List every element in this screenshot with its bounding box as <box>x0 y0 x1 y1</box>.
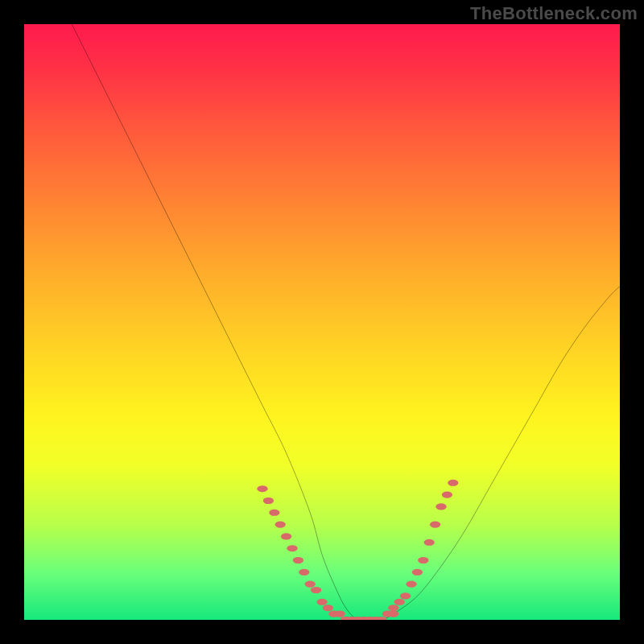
highlight-dot <box>293 557 303 564</box>
chart-frame: TheBottleneck.com <box>0 0 644 644</box>
highlight-dots <box>257 480 458 620</box>
highlight-dot <box>430 522 440 528</box>
highlight-dot <box>316 599 327 605</box>
highlight-dot <box>394 599 405 605</box>
highlight-dot <box>406 581 416 588</box>
highlight-dot <box>269 510 279 516</box>
plot-area <box>24 24 620 620</box>
highlight-dot <box>335 611 345 617</box>
highlight-dot <box>424 539 435 546</box>
highlight-dot <box>281 533 291 539</box>
highlight-dot <box>388 605 398 611</box>
highlight-dot <box>323 605 333 611</box>
highlight-dot <box>299 569 309 576</box>
highlight-dot <box>263 497 274 504</box>
highlight-dot <box>257 485 267 492</box>
highlight-dot <box>400 592 411 599</box>
highlight-dot <box>305 581 316 588</box>
highlight-dot <box>418 557 428 564</box>
curve-svg <box>24 24 620 620</box>
highlight-dot <box>388 611 398 617</box>
highlight-dot <box>311 587 321 593</box>
bottleneck-curve-path <box>72 24 620 620</box>
highlight-dot <box>442 492 452 498</box>
highlight-dot <box>412 569 423 576</box>
highlight-dot <box>275 522 286 528</box>
highlight-dot <box>436 503 446 510</box>
highlight-dot <box>448 480 458 486</box>
highlight-dot <box>287 545 297 551</box>
watermark-text: TheBottleneck.com <box>470 3 638 24</box>
